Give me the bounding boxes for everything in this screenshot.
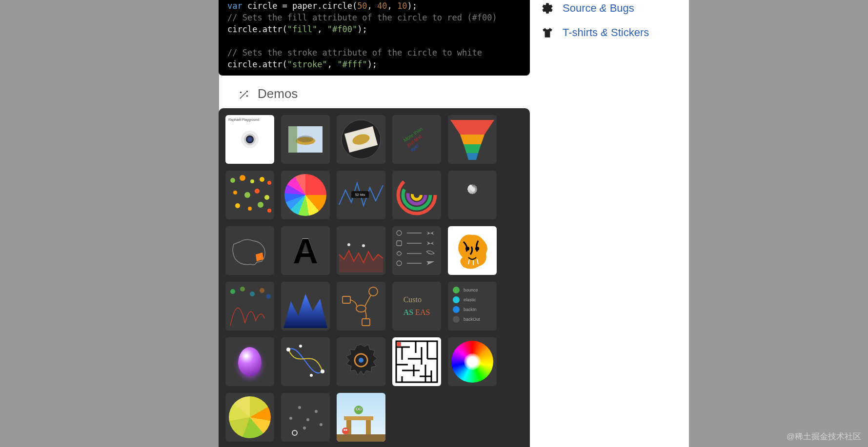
link-source-bugs[interactable]: Source & Bugs	[541, 2, 649, 15]
svg-point-36	[362, 244, 365, 247]
svg-point-80	[342, 428, 349, 434]
demo-tile-pie-chart[interactable]	[281, 171, 330, 219]
demo-tile-angry-birds[interactable]	[337, 393, 385, 442]
demo-tile-gear[interactable]	[337, 337, 385, 386]
demo-tile-custom-fonts[interactable]: A	[281, 226, 330, 275]
demo-tile-3d-shiny[interactable]	[225, 337, 274, 386]
demo-tile-polar-clock[interactable]	[392, 171, 441, 219]
svg-point-66	[306, 418, 309, 421]
demo-tile-australia-map[interactable]	[225, 226, 274, 275]
svg-line-0	[240, 92, 246, 98]
link-label: T-shirts & Stickers	[563, 26, 649, 39]
link-label: Source & Bugs	[563, 2, 634, 15]
left-column: var circle = paper.circle(50, 40, 10); /…	[219, 0, 530, 447]
svg-point-48	[250, 292, 255, 296]
demo-tile-image-rotation[interactable]	[337, 115, 385, 164]
svg-point-82	[345, 429, 347, 431]
demo-tile-color-picker[interactable]	[448, 337, 497, 386]
demo-tile-spinner[interactable]: /* blades via JS below */	[448, 171, 497, 219]
svg-point-52	[369, 287, 378, 296]
svg-point-3	[246, 95, 247, 96]
svg-point-33	[412, 191, 421, 199]
demo-tile-text-rotation[interactable]: More than just text aye!	[392, 115, 441, 164]
code-keyword: var	[227, 1, 242, 11]
code-sample: var circle = paper.circle(50, 40, 10); /…	[219, 0, 530, 76]
svg-point-32	[408, 186, 425, 204]
demo-tile-dots-animation[interactable]	[281, 393, 330, 442]
demo-tile-easing-diagram[interactable]	[392, 226, 441, 275]
svg-marker-13	[464, 144, 481, 153]
svg-point-59	[310, 374, 313, 377]
code-comment: // Sets the stroke attribute of the circ…	[227, 48, 482, 58]
svg-point-44	[465, 247, 469, 251]
letter-a: A	[293, 231, 318, 271]
svg-point-26	[258, 202, 263, 208]
svg-point-50	[266, 294, 271, 299]
demo-tile-funnel[interactable]	[448, 115, 497, 164]
svg-rect-74	[344, 416, 373, 420]
link-tshirts-stickers[interactable]: T-shirts & Stickers	[541, 26, 649, 39]
svg-marker-14	[466, 153, 478, 160]
svg-point-64	[289, 417, 292, 420]
svg-rect-63	[397, 342, 401, 346]
svg-point-35	[347, 243, 350, 246]
custom-text: Custo AS EAS	[401, 291, 433, 321]
sidebar-links: Source & Bugs T-shirts & Stickers	[541, 2, 649, 51]
svg-marker-51	[283, 294, 327, 328]
demo-tile-playground[interactable]: Raphaël Playground	[225, 115, 274, 164]
svg-point-19	[267, 181, 271, 185]
svg-point-18	[260, 177, 264, 182]
svg-point-81	[343, 429, 345, 431]
gear-icon	[541, 2, 554, 15]
svg-point-47	[240, 287, 245, 292]
demo-tile-analytics[interactable]: 52 hits	[337, 171, 385, 219]
spinner-icon: /* blades via JS below */	[458, 180, 487, 210]
svg-rect-7	[288, 126, 297, 153]
demo-tile-maze[interactable]	[392, 337, 441, 386]
svg-rect-38	[397, 241, 402, 246]
svg-point-79	[360, 408, 361, 409]
code-comment: // Sets the fill attribute of the circle…	[227, 13, 497, 22]
svg-point-45	[475, 247, 479, 251]
demo-tile-custom-easing[interactable]: Custo AS EAS	[392, 282, 441, 330]
demo-tile-graffle[interactable]	[337, 282, 385, 330]
svg-point-1	[241, 92, 242, 93]
svg-rect-53	[343, 296, 350, 303]
demo-tile-bouncing-ball[interactable]	[225, 282, 274, 330]
svg-point-70	[292, 430, 297, 435]
svg-marker-34	[339, 251, 383, 272]
svg-point-68	[303, 427, 306, 429]
rotated-text: More than just text aye!	[403, 126, 431, 153]
demo-tile-area-blue[interactable]	[281, 282, 330, 330]
svg-point-25	[248, 207, 252, 211]
demo-tile-curver[interactable]	[281, 337, 330, 386]
colorwheel-icon	[451, 341, 493, 383]
demo-tile-dots-scatter[interactable]	[225, 171, 274, 219]
svg-point-57	[321, 369, 324, 373]
demo-tile-growing-pie[interactable]	[225, 393, 274, 442]
lens-icon	[244, 134, 256, 145]
demo-tile-easing-list[interactable]: bounceelasticbackInbackOut	[448, 282, 497, 330]
svg-point-67	[315, 410, 318, 413]
pie-chart-icon	[284, 174, 326, 216]
svg-point-21	[244, 192, 250, 198]
svg-point-15	[230, 178, 235, 183]
demo-tile-area-red[interactable]	[337, 226, 385, 275]
svg-point-6	[298, 136, 313, 142]
svg-point-16	[240, 175, 245, 181]
watermark: @稀土掘金技术社区	[787, 431, 861, 442]
egg-icon	[238, 347, 262, 376]
svg-point-69	[320, 423, 323, 426]
svg-point-27	[267, 209, 271, 213]
svg-point-17	[250, 179, 254, 183]
svg-rect-54	[362, 319, 370, 326]
demo-tile-tiger[interactable]	[448, 226, 497, 275]
svg-point-55	[356, 305, 366, 312]
svg-point-24	[235, 203, 240, 208]
tshirt-icon	[541, 26, 554, 39]
svg-point-56	[286, 348, 290, 351]
demo-tile-image-crop[interactable]	[281, 115, 330, 164]
svg-point-58	[299, 345, 302, 348]
svg-point-75	[354, 406, 363, 414]
wand-icon	[238, 89, 249, 99]
